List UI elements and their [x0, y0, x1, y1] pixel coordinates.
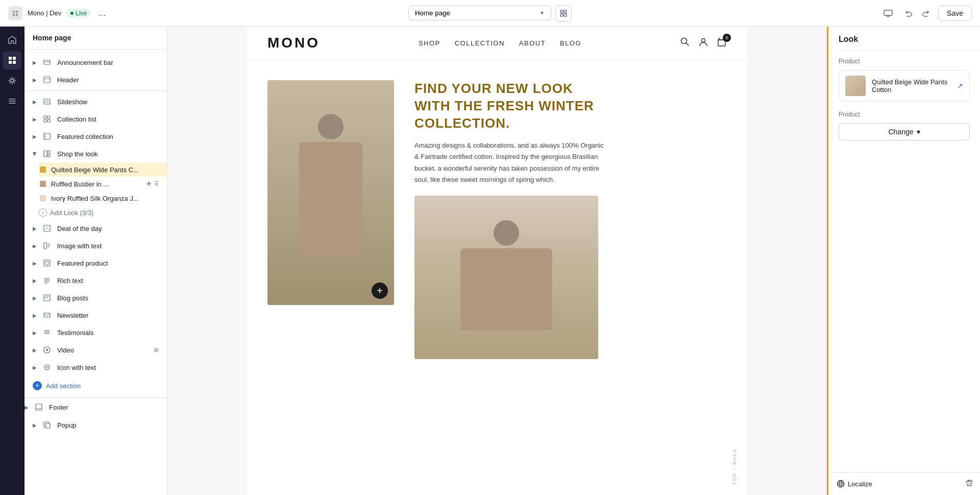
change-chevron: ▾	[917, 128, 920, 136]
svg-point-57	[681, 38, 687, 43]
expand-icon: ▶	[33, 295, 37, 301]
sidebar-item-label: Newsletter	[57, 312, 159, 319]
product-section-label: Product	[839, 58, 970, 65]
sidebar-item-label: Video	[57, 346, 149, 354]
more-button[interactable]: ...	[96, 6, 108, 20]
cart-badge: 0	[723, 34, 731, 42]
right-panel-footer: Localize	[828, 472, 980, 495]
select-icon-button[interactable]	[555, 5, 572, 21]
localize-button[interactable]: Localize	[837, 480, 872, 488]
store-menu: SHOP COLLECTION ABOUT BLOG	[419, 39, 581, 47]
sidebar-item-deal-of-the-day[interactable]: ▶ Deal of the day	[24, 220, 167, 237]
svg-rect-12	[9, 61, 12, 64]
store-left: +	[267, 80, 394, 305]
expand-icon: ▶	[33, 261, 37, 266]
sidebar-item-label: Slideshow	[57, 98, 159, 106]
nav-blog[interactable]: BLOG	[560, 39, 581, 47]
sidebar-child-label: Ivory Ruffled Silk Organza J...	[51, 195, 159, 202]
nav-shop[interactable]: SHOP	[419, 39, 440, 47]
sidebar-nav-apps[interactable]	[3, 72, 21, 90]
newsletter-icon	[42, 310, 52, 320]
icon-sidebar	[0, 27, 24, 495]
sidebar-item-label: Featured product	[57, 260, 159, 267]
localize-label: Localize	[848, 480, 872, 488]
sidebar-child-ruffled-bustier[interactable]: Ruffled Bustier in ... 👁 ⠿	[39, 177, 167, 191]
sidebar-item-label: Featured collection	[57, 133, 159, 140]
sidebar-item-popup[interactable]: ▶ Popup	[24, 416, 167, 434]
product-card: Quilted Beige Wide Pants Cotton ↗	[839, 70, 970, 102]
sidebar-child-ivory-ruffled[interactable]: Ivory Ruffled Silk Organza J...	[39, 191, 167, 205]
svg-rect-28	[48, 151, 50, 153]
desktop-icon-button[interactable]	[880, 5, 896, 21]
right-panel-section2: Product Change ▾	[828, 109, 980, 148]
expand-icon: ▶	[24, 405, 29, 410]
drag-icon[interactable]: ⠿	[154, 180, 159, 187]
nav-about[interactable]: ABOUT	[519, 39, 546, 47]
sidebar-nav-home[interactable]	[3, 31, 21, 49]
sidebar-item-label: Icon with text	[57, 364, 159, 371]
store-right-content: FIND YOUR NEW LOOK WITH THE FRESH WINTER…	[414, 80, 727, 359]
back-to-top: TOP ↑ BACK	[732, 448, 737, 485]
add-look-button[interactable]: + Add Look (3/3)	[39, 205, 167, 220]
sidebar-item-newsletter[interactable]: ▶ Newsletter	[24, 307, 167, 324]
search-icon[interactable]	[680, 37, 690, 50]
svg-rect-17	[44, 77, 50, 83]
expand-icon: ▶	[32, 152, 38, 156]
sidebar-child-quilted-beige[interactable]: Quilted Beige Wide Pants C...	[39, 162, 167, 177]
sidebar-item-footer[interactable]: ▶ Footer	[24, 400, 167, 416]
add-section-label: Add section	[46, 382, 81, 390]
add-section-button[interactable]: + Add section	[24, 376, 167, 395]
sidebar-item-label: Popup	[57, 421, 159, 429]
cart-icon[interactable]: 0	[717, 37, 727, 50]
live-label: Live	[76, 10, 87, 17]
person-figure-main	[267, 80, 394, 305]
product-link-icon[interactable]: ↗	[957, 82, 963, 90]
store-name: Mono | Dev	[28, 9, 61, 17]
sidebar-item-shop-the-look[interactable]: ▶ Shop the look	[24, 145, 167, 162]
expand-icon: ▶	[33, 99, 37, 105]
sidebar-item-testimonials[interactable]: ▶ Testimonials	[24, 324, 167, 341]
svg-rect-31	[45, 227, 48, 230]
sidebar-item-rich-text[interactable]: ▶ Rich text	[24, 272, 167, 289]
svg-rect-2	[16, 11, 18, 13]
sidebar-nav-sections[interactable]	[3, 51, 21, 69]
svg-point-58	[701, 38, 705, 42]
svg-rect-37	[45, 262, 48, 265]
section-panel-header: Home page	[24, 27, 167, 50]
sidebar-item-announcement-bar[interactable]: ▶ Announcement bar	[24, 54, 167, 71]
section-panel-title: Home page	[33, 34, 71, 42]
sidebar-item-collection-list[interactable]: ▶ Collection list	[24, 110, 167, 128]
undo-button[interactable]	[900, 5, 917, 21]
sidebar-item-featured-collection[interactable]: ▶ Featured collection	[24, 128, 167, 145]
change-button[interactable]: Change ▾	[839, 123, 970, 140]
nav-collection[interactable]: COLLECTION	[455, 39, 505, 47]
account-icon[interactable]	[698, 37, 708, 50]
section-panel-scroll[interactable]: ▶ Announcement bar ▶ Header ▶	[24, 50, 167, 495]
sidebar-item-header[interactable]: ▶ Header	[24, 71, 167, 88]
page-selector[interactable]: Home page ▼	[408, 6, 551, 20]
footer-icon	[34, 402, 44, 412]
featured-collection-icon	[42, 131, 52, 142]
image-with-text-icon	[42, 241, 52, 251]
sidebar-item-featured-product[interactable]: ▶ Featured product	[24, 254, 167, 272]
sidebar-nav-settings[interactable]	[3, 92, 21, 110]
featured-product-icon	[42, 258, 52, 268]
expand-icon: ▶	[33, 134, 37, 139]
save-button[interactable]: Save	[938, 6, 972, 21]
add-look-overlay-button[interactable]: +	[372, 282, 388, 299]
sidebar-item-label: Collection list	[57, 115, 159, 123]
eye-icon[interactable]: 👁	[146, 180, 152, 187]
right-panel-title: Look	[828, 27, 980, 51]
person-figure-secondary	[414, 196, 598, 359]
redo-button[interactable]	[918, 5, 934, 21]
store-preview: MONO SHOP COLLECTION ABOUT BLOG	[247, 27, 747, 495]
sidebar-item-icon-with-text[interactable]: ▶ Icon with text	[24, 359, 167, 376]
expand-icon: ▶	[33, 330, 37, 336]
delete-button[interactable]	[965, 479, 973, 489]
store-heading: FIND YOUR NEW LOOK WITH THE FRESH WINTER…	[414, 80, 608, 132]
sidebar-item-video[interactable]: ▶ Video ⊘	[24, 341, 167, 359]
sidebar-item-slideshow[interactable]: ▶ Slideshow	[24, 93, 167, 110]
sidebar-item-image-with-text[interactable]: ▶ Image with text	[24, 237, 167, 254]
video-hidden-icon[interactable]: ⊘	[154, 346, 159, 353]
sidebar-item-blog-posts[interactable]: ▶ Blog posts	[24, 289, 167, 307]
